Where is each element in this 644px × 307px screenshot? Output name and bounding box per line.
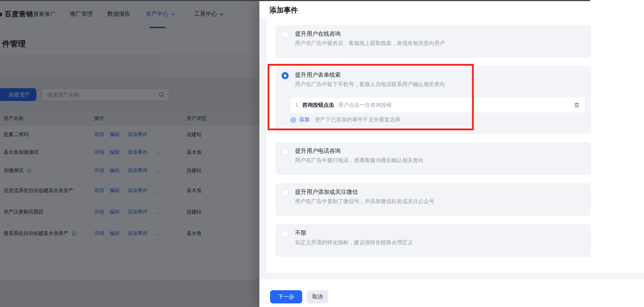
option-title: 提升用户在线咨询: [295, 30, 341, 38]
event-description: 用户点击一次咨询按钮: [338, 102, 392, 109]
option-description: 用户在广告中拨打电话，接通客服沟通后确认相关意向: [295, 157, 424, 164]
option-card-form-leads[interactable]: 提升用户表单线索 用户在广告中留下手机号，客服人员电话联系用户确认相关意向 1 …: [275, 66, 591, 134]
option-card-phone-consult[interactable]: 提升用户电话咨询 用户在广告中拨打电话，接通客服沟通后确认相关意向: [275, 142, 591, 175]
add-note: 资产下已添加的事件不支持重复选择: [315, 116, 400, 123]
add-label: 添加: [299, 116, 310, 123]
radio-unchecked-icon[interactable]: [282, 189, 289, 196]
event-name: 咨询按钮点击: [302, 102, 334, 109]
radio-unchecked-icon[interactable]: [282, 148, 289, 155]
drawer-title: 添加事件: [269, 5, 298, 15]
option-title: 提升用户表单线索: [295, 71, 341, 79]
radio-unchecked-icon[interactable]: [282, 230, 289, 237]
add-event-action[interactable]: 添加 资产下已添加的事件不支持重复选择: [290, 116, 400, 123]
modal-dim-overlay[interactable]: [0, 0, 259, 307]
option-title: 不限: [295, 230, 306, 237]
option-card-online-consult[interactable]: 提升用户在线咨询 用户在广告中留咨后，客服线上获取线索，发现有相关意向用户: [275, 25, 591, 58]
selected-event-row: 1 咨询按钮点击 用户点击一次咨询按钮: [290, 97, 585, 112]
option-title: 提升用户添加或关注微信: [295, 188, 358, 196]
next-step-button[interactable]: 下一步: [270, 290, 302, 303]
option-card-wechat-follow[interactable]: 提升用户添加或关注微信 用户在广告中复制了微信号，并添加微信好友或关注公众号: [275, 183, 591, 216]
option-description: 用户在广告中留咨后，客服线上获取线索，发现有相关意向用户: [295, 40, 445, 47]
option-card-unlimited[interactable]: 不限 自定义所需的转化指标，建议按转化链路合理定义: [275, 224, 591, 257]
radio-checked-icon[interactable]: [282, 72, 289, 79]
radio-unchecked-icon[interactable]: [282, 31, 289, 38]
cancel-button[interactable]: 取消: [307, 290, 328, 303]
option-title: 提升用户电话咨询: [295, 147, 341, 155]
option-description: 自定义所需的转化指标，建议按转化链路合理定义: [295, 239, 413, 246]
plus-circle-icon: [290, 117, 296, 123]
app-root: 百度营销 搜索推广 推广管理 数据报告 资产中心 工具中心 件管理 新建资产: [0, 0, 644, 307]
event-index: 1: [295, 102, 298, 108]
top-edge-line: [0, 0, 590, 1]
delete-event-icon[interactable]: [574, 102, 580, 108]
add-event-drawer: 添加事件 提升用户在线咨询 用户在广告中留咨后，客服线上获取线索，发现有相关意向…: [259, 0, 644, 307]
option-description: 用户在广告中复制了微信号，并添加微信好友或关注公众号: [295, 198, 434, 205]
option-description: 用户在广告中留下手机号，客服人员电话联系用户确认相关意向: [295, 81, 445, 88]
